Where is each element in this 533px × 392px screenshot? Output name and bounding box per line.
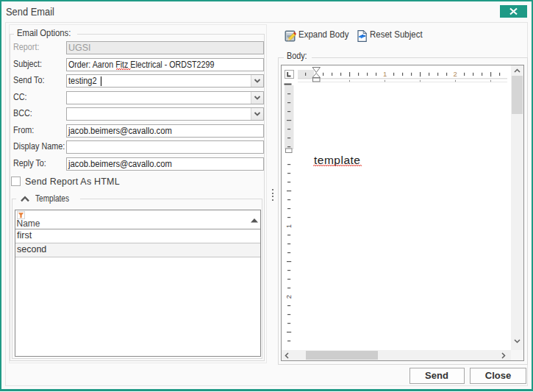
svg-text:2: 2 — [284, 295, 292, 299]
svg-text:1: 1 — [383, 70, 387, 78]
svg-text:1: 1 — [284, 224, 292, 228]
svg-text:2: 2 — [454, 70, 457, 78]
